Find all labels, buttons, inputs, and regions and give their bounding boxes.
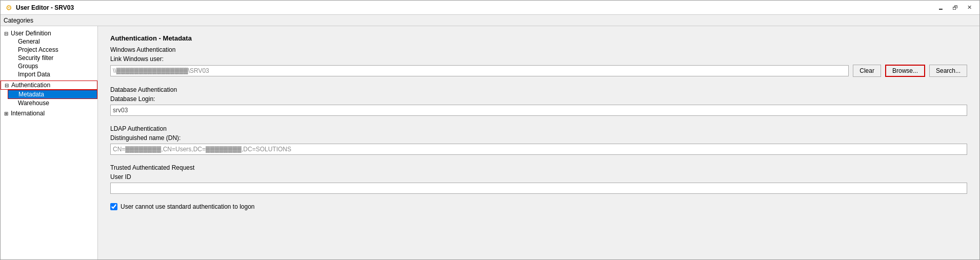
- search-button[interactable]: Search...: [929, 65, 967, 77]
- ldap-dn-block: [110, 144, 967, 155]
- user-definition-children: General Project Access Security filter G…: [1, 37, 97, 78]
- sidebar-item-project-access[interactable]: Project Access: [8, 46, 97, 54]
- label-user-definition: User Definition: [11, 30, 51, 37]
- user-id-block: [110, 183, 967, 194]
- trusted-auth-label: Trusted Authenticated Request: [110, 164, 967, 171]
- link-windows-user-label: Link Windows user:: [110, 55, 967, 63]
- ldap-auth-section: LDAP Authentication Distinguished name (…: [110, 125, 967, 155]
- expander-authentication[interactable]: ⊟: [3, 82, 10, 89]
- windows-auth-label: Windows Authentication: [110, 46, 967, 53]
- ldap-auth-label: LDAP Authentication: [110, 125, 967, 132]
- standard-auth-checkbox-label: User cannot use standard authentication …: [121, 203, 255, 210]
- expander-international[interactable]: ⊞: [3, 110, 10, 117]
- windows-auth-input-row: Clear Browse... Search...: [110, 65, 967, 77]
- windows-user-input[interactable]: [110, 65, 849, 76]
- title-bar-left: ⚙ User Editor - SRV03: [5, 4, 74, 12]
- clear-button[interactable]: Clear: [853, 65, 881, 77]
- trusted-auth-section: Trusted Authenticated Request User ID: [110, 164, 967, 194]
- app-icon: ⚙: [5, 4, 13, 12]
- window-title: User Editor - SRV03: [16, 4, 74, 11]
- title-bar: ⚙ User Editor - SRV03 🗕 🗗 ✕: [1, 1, 979, 15]
- spacer-import-data: [10, 71, 17, 78]
- database-login-block: [110, 105, 967, 116]
- database-auth-section: Database Authentication Database Login:: [110, 86, 967, 116]
- database-login-label: Database Login:: [110, 95, 967, 103]
- database-auth-label: Database Authentication: [110, 86, 967, 93]
- sidebar-row-user-definition[interactable]: ⊟ User Definition: [1, 29, 97, 37]
- expander-user-definition[interactable]: ⊟: [3, 30, 10, 37]
- sidebar-item-security-filter[interactable]: Security filter: [8, 54, 97, 62]
- spacer-groups: [10, 63, 17, 70]
- dn-label: Distinguished name (DN):: [110, 134, 967, 142]
- spacer-general: [10, 38, 17, 45]
- label-general: General: [18, 38, 40, 45]
- categories-bar: Categories: [1, 15, 979, 26]
- minimize-button[interactable]: 🗕: [934, 3, 947, 13]
- content-panel: Authentication - Metadata Windows Authen…: [98, 26, 979, 259]
- label-authentication: Authentication: [11, 82, 50, 89]
- sidebar-item-user-definition[interactable]: ⊟ User Definition General Project Access: [1, 28, 97, 79]
- spacer-warehouse: [10, 99, 17, 107]
- sidebar-item-warehouse[interactable]: Warehouse: [8, 99, 97, 107]
- sidebar-item-import-data[interactable]: Import Data: [8, 70, 97, 78]
- standard-auth-checkbox[interactable]: [110, 203, 117, 210]
- sidebar-row-authentication[interactable]: ⊟ Authentication: [1, 81, 97, 90]
- main-window: ⚙ User Editor - SRV03 🗕 🗗 ✕ Categories ⊟…: [0, 0, 980, 260]
- sidebar-item-general[interactable]: General: [8, 37, 97, 46]
- database-login-input[interactable]: [110, 105, 967, 116]
- authentication-children: Metadata Warehouse: [1, 90, 97, 107]
- ldap-dn-input[interactable]: [110, 144, 967, 155]
- sidebar-item-metadata[interactable]: Metadata: [8, 90, 97, 99]
- windows-auth-section: Windows Authentication Link Windows user…: [110, 46, 967, 77]
- label-groups: Groups: [18, 63, 38, 70]
- restore-button[interactable]: 🗗: [949, 3, 961, 13]
- label-import-data: Import Data: [18, 71, 50, 78]
- main-content: ⊟ User Definition General Project Access: [1, 26, 979, 259]
- label-project-access: Project Access: [18, 46, 58, 53]
- label-warehouse: Warehouse: [18, 99, 49, 107]
- browse-button[interactable]: Browse...: [885, 65, 925, 77]
- label-metadata: Metadata: [18, 91, 44, 98]
- label-security-filter: Security filter: [18, 54, 53, 62]
- user-id-input[interactable]: [110, 183, 967, 194]
- standard-auth-checkbox-row: User cannot use standard authentication …: [110, 203, 967, 210]
- spacer-project-access: [10, 46, 17, 53]
- spacer-metadata: [10, 91, 17, 98]
- title-bar-controls: 🗕 🗗 ✕: [934, 3, 975, 13]
- sidebar: ⊟ User Definition General Project Access: [1, 26, 98, 259]
- sidebar-item-international[interactable]: ⊞ International: [1, 108, 97, 118]
- sidebar-row-international[interactable]: ⊞ International: [1, 109, 97, 117]
- close-button[interactable]: ✕: [963, 3, 975, 13]
- label-international: International: [11, 110, 45, 117]
- spacer-security-filter: [10, 54, 17, 62]
- sidebar-item-authentication[interactable]: ⊟ Authentication Metadata Warehouse: [1, 79, 97, 108]
- sidebar-item-groups[interactable]: Groups: [8, 62, 97, 70]
- user-id-label: User ID: [110, 173, 967, 181]
- categories-label: Categories: [4, 17, 33, 24]
- page-title: Authentication - Metadata: [110, 34, 967, 42]
